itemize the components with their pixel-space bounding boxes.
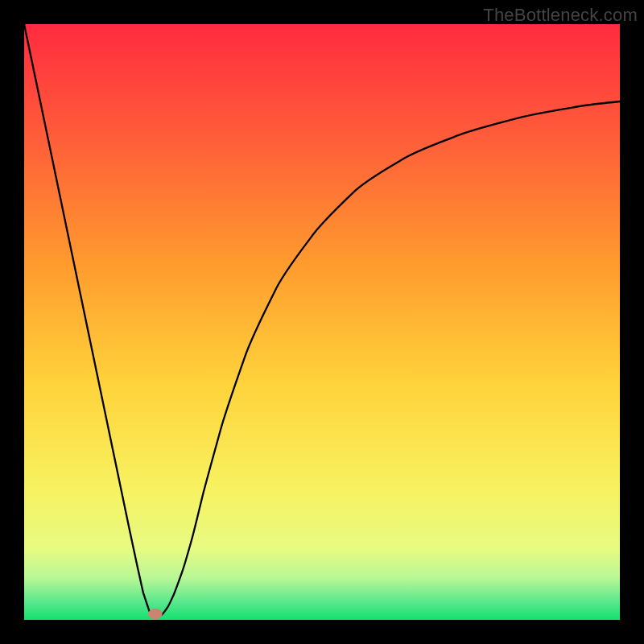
optimal-marker [148, 609, 163, 619]
watermark-text: TheBottleneck.com [483, 5, 638, 26]
chart-background [24, 24, 620, 620]
chart-frame [24, 24, 620, 620]
bottleneck-chart [24, 24, 620, 620]
